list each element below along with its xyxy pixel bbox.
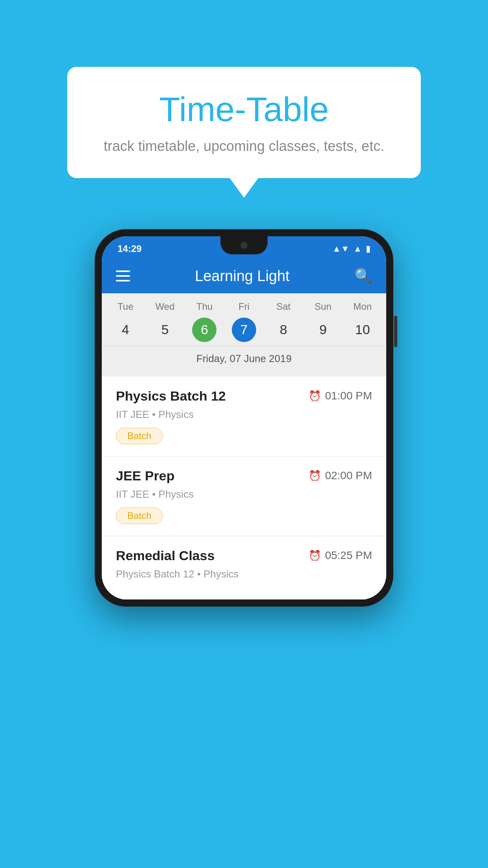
time-value: 05:25 PM bbox=[325, 549, 372, 562]
calendar-strip: Tue4Wed5Thu6Fri7Sat8Sun9Mon10 Friday, 07… bbox=[102, 293, 386, 377]
status-icons: ▲▼ ▲ ▮ bbox=[332, 244, 371, 254]
hamburger-menu-button[interactable] bbox=[116, 270, 130, 281]
time-value: 02:00 PM bbox=[325, 469, 372, 482]
selected-date-label: Friday, 07 June 2019 bbox=[102, 346, 386, 373]
day-label: Sat bbox=[277, 301, 291, 312]
day-number[interactable]: 9 bbox=[311, 318, 335, 342]
days-row: Tue4Wed5Thu6Fri7Sat8Sun9Mon10 bbox=[102, 301, 386, 342]
day-label: Thu bbox=[196, 301, 213, 312]
day-number[interactable]: 6 bbox=[192, 318, 216, 342]
status-time: 14:29 bbox=[117, 243, 141, 254]
wifi-icon: ▲▼ bbox=[332, 244, 350, 254]
day-number[interactable]: 8 bbox=[272, 318, 296, 342]
schedule-subtitle: Physics Batch 12 • Physics bbox=[116, 568, 372, 580]
batch-badge: Batch bbox=[116, 428, 163, 444]
day-col-6[interactable]: Thu6 bbox=[187, 301, 222, 342]
day-col-8[interactable]: Sat8 bbox=[266, 301, 301, 342]
batch-badge: Batch bbox=[116, 508, 163, 524]
day-col-9[interactable]: Sun9 bbox=[305, 301, 341, 342]
day-col-10[interactable]: Mon10 bbox=[345, 301, 380, 342]
phone-mockup: 14:29 ▲▼ ▲ ▮ Learning Light 🔍 bbox=[95, 229, 393, 607]
day-number[interactable]: 10 bbox=[350, 318, 375, 342]
day-label: Sun bbox=[315, 301, 332, 312]
speech-bubble: Time-Table track timetable, upcoming cla… bbox=[67, 67, 421, 178]
schedule-subtitle: IIT JEE • Physics bbox=[116, 408, 372, 421]
phone-frame: 14:29 ▲▼ ▲ ▮ Learning Light 🔍 bbox=[95, 229, 393, 607]
schedule-subtitle: IIT JEE • Physics bbox=[116, 488, 372, 500]
schedule-title: JEE Prep bbox=[116, 468, 174, 484]
day-label: Mon bbox=[353, 301, 372, 312]
day-label: Wed bbox=[155, 301, 174, 312]
schedule-item-0[interactable]: Physics Batch 12 ⏰ 01:00 PM IIT JEE • Ph… bbox=[102, 377, 386, 456]
app-bar: Learning Light 🔍 bbox=[102, 259, 386, 293]
day-number[interactable]: 7 bbox=[232, 318, 256, 342]
schedule-item-1[interactable]: JEE Prep ⏰ 02:00 PM IIT JEE • Physics Ba… bbox=[102, 456, 386, 536]
schedule-item-header: JEE Prep ⏰ 02:00 PM bbox=[116, 468, 372, 484]
schedule-item-header: Physics Batch 12 ⏰ 01:00 PM bbox=[116, 388, 372, 404]
app-bar-title: Learning Light bbox=[195, 268, 290, 285]
schedule-time: ⏰ 02:00 PM bbox=[308, 469, 372, 482]
day-label: Tue bbox=[117, 301, 133, 312]
clock-icon: ⏰ bbox=[308, 550, 321, 562]
search-button[interactable]: 🔍 bbox=[354, 268, 372, 284]
clock-icon: ⏰ bbox=[308, 470, 321, 482]
day-number[interactable]: 5 bbox=[153, 318, 177, 342]
phone-screen: 14:29 ▲▼ ▲ ▮ Learning Light 🔍 bbox=[102, 236, 386, 600]
hamburger-line-3 bbox=[116, 280, 130, 281]
volume-button bbox=[394, 316, 397, 347]
day-col-5[interactable]: Wed5 bbox=[147, 301, 183, 342]
time-value: 01:00 PM bbox=[325, 390, 372, 402]
camera-dot bbox=[240, 242, 248, 249]
phone-notch bbox=[220, 236, 268, 254]
schedule-item-2[interactable]: Remedial Class ⏰ 05:25 PM Physics Batch … bbox=[102, 536, 386, 600]
bubble-title: Time-Table bbox=[99, 90, 389, 129]
hamburger-line-1 bbox=[116, 270, 130, 272]
battery-icon: ▮ bbox=[366, 244, 371, 254]
clock-icon: ⏰ bbox=[308, 390, 321, 402]
signal-icon: ▲ bbox=[353, 244, 362, 254]
day-number[interactable]: 4 bbox=[113, 318, 138, 342]
schedule-time: ⏰ 01:00 PM bbox=[308, 390, 372, 402]
day-label: Fri bbox=[238, 301, 250, 312]
day-col-7[interactable]: Fri7 bbox=[226, 301, 262, 342]
schedule-title: Remedial Class bbox=[116, 548, 215, 563]
schedule-time: ⏰ 05:25 PM bbox=[308, 549, 372, 562]
day-col-4[interactable]: Tue4 bbox=[108, 301, 143, 342]
schedule-list: Physics Batch 12 ⏰ 01:00 PM IIT JEE • Ph… bbox=[102, 377, 386, 600]
schedule-title: Physics Batch 12 bbox=[116, 388, 226, 404]
schedule-item-header: Remedial Class ⏰ 05:25 PM bbox=[116, 548, 372, 563]
bubble-subtitle: track timetable, upcoming classes, tests… bbox=[99, 138, 389, 154]
hamburger-line-2 bbox=[116, 275, 130, 277]
